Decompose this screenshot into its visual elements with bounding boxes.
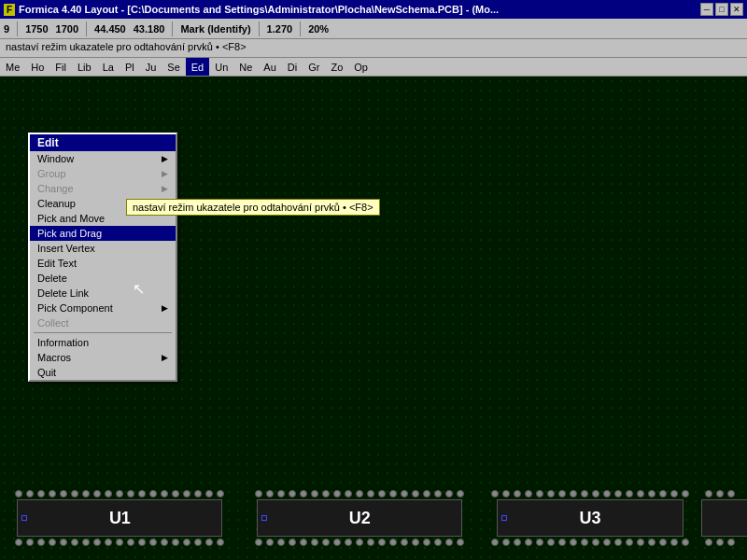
pin (525, 539, 532, 546)
menu-ed[interactable]: Ed (186, 58, 209, 76)
pin (401, 539, 408, 546)
pin (603, 539, 611, 546)
tooltip-text: nastaví režim ukazatele pro odtahování p… (133, 202, 374, 213)
menu-edit-text[interactable]: Edit Text (30, 256, 176, 271)
pin (60, 539, 67, 546)
pin (15, 539, 22, 546)
pin (37, 539, 45, 546)
pin (389, 490, 397, 497)
pin (592, 490, 599, 497)
chip-u3-pins-bottom (482, 537, 698, 548)
pin (581, 539, 588, 546)
pin (311, 490, 318, 497)
pin (71, 490, 78, 497)
menu-me[interactable]: Me (0, 58, 25, 76)
pin (670, 490, 678, 497)
pin (491, 539, 499, 546)
menu-delete-link[interactable]: Delete Link (30, 286, 176, 301)
pin (603, 490, 611, 497)
pin (333, 539, 341, 546)
menu-ne[interactable]: Ne (233, 58, 258, 76)
menu-pl[interactable]: Pl (120, 58, 140, 76)
submenu-arrow: ▶ (162, 154, 168, 163)
menu-pick-drag-label: Pick and Drag (37, 228, 102, 239)
pin (570, 490, 577, 497)
pin (116, 490, 123, 497)
menu-lib[interactable]: Lib (72, 58, 97, 76)
pin (172, 490, 179, 497)
pin (648, 490, 655, 497)
pin (266, 539, 274, 546)
menu-un[interactable]: Un (209, 58, 233, 76)
pin (547, 490, 555, 497)
pin (183, 539, 190, 546)
pin (161, 490, 168, 497)
pin (49, 539, 56, 546)
menu-insert-vertex[interactable]: Insert Vertex (30, 241, 176, 256)
pin (659, 490, 667, 497)
pin (637, 539, 644, 546)
pin (502, 539, 510, 546)
close-button[interactable]: ✕ (730, 3, 743, 16)
menu-au[interactable]: Au (258, 58, 281, 76)
menu-pick-drag[interactable]: Pick and Drag (30, 226, 176, 241)
menu-macros-label: Macros (37, 352, 71, 363)
chip-u3-left-marker (501, 515, 507, 521)
pin (322, 490, 330, 497)
pin (727, 490, 735, 497)
menu-fil[interactable]: Fil (49, 58, 72, 76)
chip-u3-container: U3 (480, 488, 701, 548)
menu-op[interactable]: Op (348, 58, 374, 76)
menu-la[interactable]: La (97, 58, 120, 76)
menu-change-label: Change (37, 183, 74, 194)
pin (356, 539, 363, 546)
menu-quit-label: Quit (37, 367, 56, 378)
toolbar-cell5: 43.180 (134, 23, 165, 35)
chip-u3-label: U3 (580, 509, 601, 528)
pin (525, 490, 532, 497)
menu-di[interactable]: Di (282, 58, 303, 76)
menu-pick-component-label: Pick Component (37, 302, 113, 314)
pin (217, 539, 224, 546)
maximize-button[interactable]: □ (715, 3, 728, 16)
pin (138, 490, 146, 497)
menu-ho[interactable]: Ho (25, 58, 49, 76)
pin (626, 490, 633, 497)
menu-gr[interactable]: Gr (303, 58, 325, 76)
menu-pick-component[interactable]: Pick Component ▶ (30, 301, 176, 315)
toolbar-cell1: 9 (4, 23, 9, 35)
context-menu: Edit Window ▶ Group ▶ Change ▶ Cleanup P… (28, 133, 177, 382)
pin (300, 539, 307, 546)
menu-zo[interactable]: Zo (325, 58, 348, 76)
pin (15, 490, 22, 497)
pin (322, 539, 330, 546)
menu-quit[interactable]: Quit (30, 365, 176, 380)
menu-information[interactable]: Information (30, 335, 176, 350)
toolbar-sep2 (86, 21, 87, 36)
chip-partial-pins-bottom (701, 537, 739, 548)
submenu-arrow-change: ▶ (162, 184, 168, 193)
status-text: nastaví režim ukazatele pro odtahování p… (6, 41, 247, 52)
chip-u3-pins-top (482, 488, 698, 499)
pin (194, 490, 202, 497)
submenu-arrow-macros: ▶ (162, 353, 168, 362)
toolbar-cell2: 1750 (25, 23, 48, 35)
menu-ju[interactable]: Ju (140, 58, 162, 76)
menu-delete[interactable]: Delete (30, 271, 176, 286)
pin (255, 490, 262, 497)
pin (378, 490, 386, 497)
menu-se[interactable]: Se (162, 58, 185, 76)
pin (412, 539, 419, 546)
menu-window[interactable]: Window ▶ (30, 151, 176, 166)
chip-u2-container: U2 (240, 488, 480, 548)
pin (127, 490, 134, 497)
pin (311, 539, 318, 546)
menu-macros[interactable]: Macros ▶ (30, 350, 176, 365)
minimize-button[interactable]: ─ (700, 3, 713, 16)
menu-edit-text-label: Edit Text (37, 258, 77, 269)
pin (105, 490, 112, 497)
chip-u2-pins-top (246, 488, 473, 499)
menu-group: Group ▶ (30, 166, 176, 181)
pin (217, 490, 224, 497)
menu-bar[interactable]: Me Ho Fil Lib La Pl Ju Se Ed Un Ne Au Di… (0, 58, 747, 77)
